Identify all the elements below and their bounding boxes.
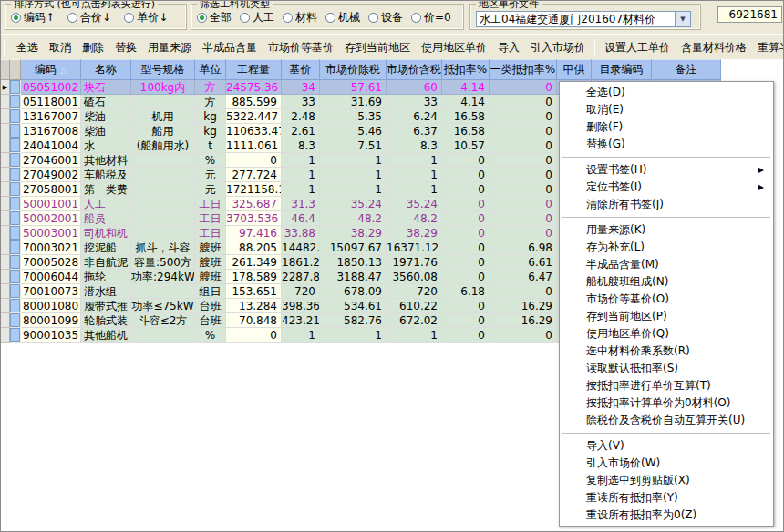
menu-item-14[interactable]: 存到当前地区(P) bbox=[561, 308, 772, 325]
cell[interactable]: 0 bbox=[490, 182, 557, 197]
row-select-cell[interactable] bbox=[10, 313, 21, 328]
cell[interactable]: 2287.88 bbox=[282, 270, 320, 284]
column-header-4[interactable]: 型号规格 bbox=[131, 59, 195, 80]
row-select-cell[interactable] bbox=[10, 299, 21, 313]
filter-radio-0[interactable]: 全部 bbox=[197, 10, 232, 26]
row-select-cell[interactable] bbox=[10, 109, 21, 124]
toolbar-button-4[interactable]: 用量来源 bbox=[142, 38, 197, 57]
cell[interactable]: 33 bbox=[282, 95, 320, 109]
cell[interactable]: 3188.47 bbox=[320, 270, 387, 284]
cell[interactable]: 1 bbox=[282, 153, 320, 168]
toolbar-button-7[interactable]: 存到当前地区 bbox=[339, 38, 416, 57]
row-select-cell[interactable] bbox=[10, 182, 21, 197]
cell[interactable]: 1 bbox=[387, 153, 442, 168]
cell[interactable]: 90001035 bbox=[21, 328, 81, 343]
region-file-select[interactable]: 水工04福建交通厦门201607材料价 ▼ bbox=[476, 11, 691, 27]
cell[interactable]: 153.651 bbox=[226, 284, 282, 299]
cell[interactable]: 50002001 bbox=[21, 211, 81, 226]
cell[interactable]: 80001099 bbox=[21, 313, 81, 328]
cell[interactable]: 6.18 bbox=[442, 284, 490, 299]
cell[interactable]: 车船税及 bbox=[81, 168, 131, 182]
cell[interactable]: 13167008 bbox=[21, 124, 81, 138]
menu-item-24[interactable]: 复制选中到剪贴版(X) bbox=[561, 472, 772, 489]
cell[interactable]: 5.35 bbox=[320, 109, 387, 124]
toolbar-button-6[interactable]: 市场价等基价 bbox=[263, 38, 339, 57]
column-header-5[interactable]: 单位 bbox=[195, 59, 226, 80]
menu-item-20[interactable]: 除税价及含税价自动互算开关(U) bbox=[561, 412, 772, 429]
toolbar-grip[interactable] bbox=[4, 39, 5, 56]
row-select-cell[interactable] bbox=[10, 284, 21, 299]
cell[interactable] bbox=[131, 211, 195, 226]
row-select-cell[interactable] bbox=[10, 240, 21, 255]
toolbar-button-3[interactable]: 替换 bbox=[109, 38, 142, 57]
cell[interactable]: 潜水组 bbox=[81, 284, 131, 299]
cell[interactable]: 柴油 bbox=[81, 109, 131, 124]
cell[interactable]: 人工 bbox=[81, 197, 131, 211]
toolbar-button-10[interactable]: 引入市场价 bbox=[525, 38, 591, 57]
menu-item-13[interactable]: 市场价等基价(O) bbox=[561, 291, 772, 308]
cell[interactable]: 0 bbox=[442, 226, 490, 240]
cell[interactable]: 48.2 bbox=[320, 211, 387, 226]
cell[interactable]: 70.848 bbox=[226, 313, 282, 328]
filter-radio-5[interactable]: 价=0 bbox=[411, 10, 451, 26]
cell[interactable]: 05118001 bbox=[21, 95, 81, 109]
cell[interactable]: 1 bbox=[387, 328, 442, 343]
filter-radio-4[interactable]: 设备 bbox=[368, 10, 403, 26]
cell[interactable]: 57.61 bbox=[320, 80, 387, 95]
cell[interactable]: 16.58 bbox=[442, 124, 490, 138]
cell[interactable]: 70005028 bbox=[21, 255, 81, 270]
cell[interactable]: 斗容≤2方 bbox=[131, 313, 195, 328]
cell[interactable]: 34 bbox=[282, 80, 320, 95]
cell[interactable]: 05051002 bbox=[21, 80, 81, 95]
cell[interactable]: 0 bbox=[490, 284, 557, 299]
cell[interactable]: 261.349 bbox=[226, 255, 282, 270]
cell[interactable] bbox=[131, 226, 195, 240]
menu-item-2[interactable]: 删除(F) bbox=[561, 118, 772, 136]
menu-item-9[interactable]: 用量来源(K) bbox=[561, 221, 772, 239]
cell[interactable]: 16.29 bbox=[490, 313, 557, 328]
cell[interactable]: 0 bbox=[490, 168, 557, 182]
cell[interactable]: 4.14 bbox=[442, 95, 490, 109]
cell[interactable]: 720 bbox=[282, 284, 320, 299]
cell[interactable]: 1111.061 bbox=[226, 138, 282, 153]
cell[interactable]: 6.98 bbox=[490, 240, 557, 255]
cell[interactable]: 船用 bbox=[131, 124, 195, 138]
cell[interactable]: 0 bbox=[490, 124, 557, 138]
column-header-10[interactable]: 抵扣率% bbox=[442, 59, 490, 80]
cell[interactable]: 16.29 bbox=[490, 299, 557, 313]
cell[interactable]: kg bbox=[195, 109, 226, 124]
menu-item-5[interactable]: 设置书签(H)▶ bbox=[561, 161, 772, 179]
cell[interactable]: 27046001 bbox=[21, 153, 81, 168]
cell[interactable]: 33.88 bbox=[282, 226, 320, 240]
chevron-down-icon[interactable]: ▼ bbox=[675, 12, 690, 26]
cell[interactable]: 艘班 bbox=[195, 255, 226, 270]
toolbar-right-button-1[interactable]: 含量材料价格 bbox=[676, 38, 752, 57]
cell[interactable]: 885.599 bbox=[226, 95, 282, 109]
cell[interactable]: 178.589 bbox=[226, 270, 282, 284]
column-header-12[interactable]: 甲供 bbox=[557, 59, 592, 80]
row-select-cell[interactable] bbox=[10, 80, 21, 95]
cell[interactable]: 工日 bbox=[195, 211, 226, 226]
cell[interactable]: 13.284 bbox=[226, 299, 282, 313]
cell[interactable]: 24575.36 bbox=[226, 80, 282, 95]
cell[interactable]: 38.29 bbox=[320, 226, 387, 240]
menu-item-12[interactable]: 船机艘班组成(N) bbox=[561, 273, 772, 291]
cell[interactable]: 534.61 bbox=[320, 299, 387, 313]
cell[interactable]: 70006044 bbox=[21, 270, 81, 284]
cell[interactable]: 0 bbox=[442, 197, 490, 211]
cell[interactable]: 水 bbox=[81, 138, 131, 153]
cell[interactable]: 0 bbox=[490, 226, 557, 240]
filter-radio-3[interactable]: 机械 bbox=[325, 10, 360, 26]
cell[interactable]: 组日 bbox=[195, 284, 226, 299]
cell[interactable]: 14482.7 bbox=[282, 240, 320, 255]
toolbar-button-1[interactable]: 取消 bbox=[44, 38, 77, 57]
row-select-cell[interactable] bbox=[10, 226, 21, 240]
cell[interactable]: 50003001 bbox=[21, 226, 81, 240]
cell[interactable]: 5322.447 bbox=[226, 109, 282, 124]
column-header-8[interactable]: 市场价除税 bbox=[320, 59, 387, 80]
cell[interactable]: 100kg内 bbox=[131, 80, 195, 95]
row-select-cell[interactable] bbox=[10, 328, 21, 343]
cell[interactable] bbox=[131, 95, 195, 109]
column-header-2[interactable]: 编码△ bbox=[21, 59, 81, 80]
column-header-11[interactable]: 一类抵扣率% bbox=[490, 59, 557, 80]
